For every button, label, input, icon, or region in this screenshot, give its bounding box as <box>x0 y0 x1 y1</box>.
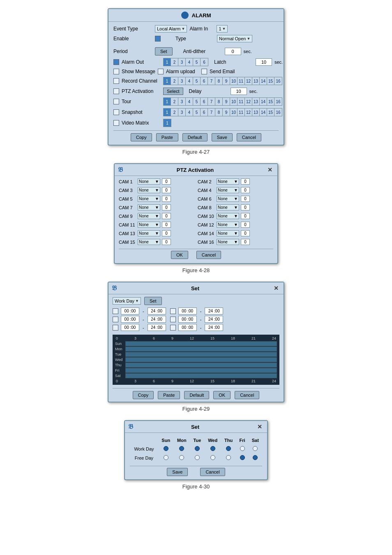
ptz-ok-button[interactable]: OK <box>171 251 188 259</box>
t-num-12[interactable]: 12 <box>245 98 252 105</box>
cam-16-num[interactable] <box>241 239 250 245</box>
alarm-out-checkbox[interactable] <box>113 59 119 65</box>
workday-save-button[interactable]: Save <box>167 468 188 476</box>
free-sat-radio[interactable] <box>253 455 258 460</box>
time2-to[interactable] <box>148 316 166 323</box>
timeline-wed-bar[interactable] <box>125 357 277 362</box>
t-num-9[interactable]: 9 <box>223 98 230 105</box>
time6-checkbox[interactable] <box>170 325 176 331</box>
free-tue-radio[interactable] <box>195 455 200 460</box>
cam-5-select[interactable]: None▼ <box>138 196 160 202</box>
timeline-sun-bar[interactable] <box>125 341 277 346</box>
period-set-button[interactable]: Set <box>155 47 173 56</box>
timeline-mon-bar[interactable] <box>125 347 277 352</box>
time1-to[interactable] <box>148 308 166 314</box>
cam-11-select[interactable]: None▼ <box>138 222 160 228</box>
cam-16-select[interactable]: None▼ <box>217 239 239 245</box>
s-num-9[interactable]: 9 <box>223 109 230 116</box>
timeline-sat-bar[interactable] <box>125 373 277 378</box>
time5-from[interactable] <box>178 316 197 323</box>
set-set-button[interactable]: Set <box>144 297 162 305</box>
ptz-act-checkbox[interactable] <box>113 88 119 94</box>
cam-8-num[interactable] <box>241 204 250 210</box>
s-num-11[interactable]: 11 <box>238 109 245 116</box>
cam-1-num[interactable] <box>162 178 171 185</box>
free-wed-radio[interactable] <box>210 455 215 460</box>
t-num-4[interactable]: 4 <box>186 98 193 105</box>
cam-12-select[interactable]: None▼ <box>217 222 239 228</box>
t-num-8[interactable]: 8 <box>215 98 223 105</box>
cam-4-num[interactable] <box>241 187 250 193</box>
alarm-out-num-1[interactable]: 1 <box>164 58 171 66</box>
rc-num-15[interactable]: 15 <box>267 77 274 85</box>
close-icon[interactable]: ✕ <box>266 166 274 173</box>
s-num-14[interactable]: 14 <box>260 109 267 116</box>
t-num-10[interactable]: 10 <box>230 98 238 105</box>
cam-15-select[interactable]: None▼ <box>138 239 160 245</box>
t-num-14[interactable]: 14 <box>260 98 267 105</box>
s-num-6[interactable]: 6 <box>201 109 208 116</box>
cam-6-num[interactable] <box>241 196 250 202</box>
s-num-2[interactable]: 2 <box>171 109 178 116</box>
timeline-thu-bar[interactable] <box>125 363 277 368</box>
rc-num-11[interactable]: 11 <box>238 77 245 85</box>
t-num-6[interactable]: 6 <box>201 98 208 105</box>
s-num-3[interactable]: 3 <box>178 109 186 116</box>
time3-to[interactable] <box>148 324 166 331</box>
cam-13-select[interactable]: None▼ <box>138 230 160 236</box>
time5-to[interactable] <box>205 316 223 323</box>
rc-num-5[interactable]: 5 <box>193 77 201 85</box>
rc-num-14[interactable]: 14 <box>260 77 267 85</box>
t-num-13[interactable]: 13 <box>252 98 260 105</box>
alarm-out-num-4[interactable]: 4 <box>186 58 193 66</box>
alarm-upload-checkbox[interactable] <box>158 69 164 74</box>
cam-6-select[interactable]: None▼ <box>217 196 239 202</box>
t-num-2[interactable]: 2 <box>171 98 178 105</box>
cam-13-num[interactable] <box>162 230 171 236</box>
t-num-11[interactable]: 11 <box>238 98 245 105</box>
free-sun-radio[interactable] <box>164 455 168 460</box>
rc-num-10[interactable]: 10 <box>230 77 238 85</box>
latch-input[interactable] <box>256 58 272 66</box>
work-thu-radio[interactable] <box>226 446 231 451</box>
free-thu-radio[interactable] <box>226 455 231 460</box>
time2-from[interactable] <box>121 316 139 323</box>
s-num-8[interactable]: 8 <box>215 109 223 116</box>
s-num-13[interactable]: 13 <box>252 109 260 116</box>
record-channel-checkbox[interactable] <box>113 78 119 84</box>
set-copy-button[interactable]: Copy <box>133 391 154 399</box>
free-mon-radio[interactable] <box>179 455 184 460</box>
time3-from[interactable] <box>121 324 139 331</box>
work-sat-radio[interactable] <box>253 446 258 451</box>
rc-num-6[interactable]: 6 <box>201 77 208 85</box>
cam-9-select[interactable]: None▼ <box>138 213 160 219</box>
cam-14-num[interactable] <box>241 230 250 236</box>
rc-num-2[interactable]: 2 <box>171 77 178 85</box>
rc-num-9[interactable]: 9 <box>223 77 230 85</box>
delay-input[interactable] <box>231 88 247 95</box>
time4-checkbox[interactable] <box>170 308 176 314</box>
rc-num-12[interactable]: 12 <box>245 77 252 85</box>
t-num-5[interactable]: 5 <box>193 98 201 105</box>
work-sun-radio[interactable] <box>164 446 168 451</box>
t-num-3[interactable]: 3 <box>178 98 186 105</box>
cam-10-select[interactable]: None▼ <box>217 213 239 219</box>
alarm-out-num-2[interactable]: 2 <box>171 58 178 66</box>
timeline-tue-bar[interactable] <box>125 352 277 357</box>
cam-1-select[interactable]: None▼ <box>138 178 160 185</box>
alarm-in-dropdown[interactable]: 1 ▼ <box>217 25 228 32</box>
cam-3-select[interactable]: None▼ <box>138 187 160 193</box>
free-fri-radio[interactable] <box>240 455 245 460</box>
workday-cancel-button[interactable]: Cancel <box>200 468 225 476</box>
tour-checkbox[interactable] <box>113 99 119 104</box>
workday-close-icon[interactable]: ✕ <box>256 423 264 430</box>
rc-num-3[interactable]: 3 <box>178 77 186 85</box>
set-workday-dropdown[interactable]: Work Day ▼ <box>113 297 141 305</box>
t-num-7[interactable]: 7 <box>208 98 215 105</box>
cam-2-select[interactable]: None▼ <box>217 178 239 185</box>
t-num-16[interactable]: 16 <box>274 98 282 105</box>
s-num-15[interactable]: 15 <box>267 109 274 116</box>
s-num-12[interactable]: 12 <box>245 109 252 116</box>
type-dropdown[interactable]: Normal Open ▼ <box>217 35 252 42</box>
s-num-4[interactable]: 4 <box>186 109 193 116</box>
